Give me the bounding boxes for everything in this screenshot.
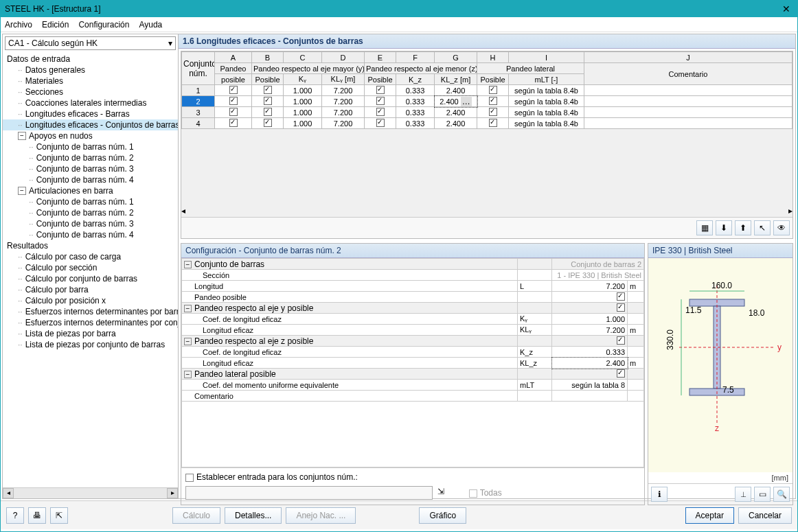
cancelar-button[interactable]: Cancelar	[738, 507, 792, 524]
establish-checkbox[interactable]	[185, 474, 194, 482]
frame-icon[interactable]: ▭	[754, 487, 771, 502]
detalles-button[interactable]: Detalles...	[225, 507, 282, 524]
tree-generales[interactable]: ··Datos generales	[3, 65, 178, 76]
unit-label: [mm]	[648, 472, 793, 483]
table-row[interactable]: 31.0007.2000.3332.400según la tabla 8.4b	[182, 107, 793, 118]
tree-artic-3[interactable]: ··Conjunto de barras núm. 3	[3, 218, 178, 229]
tree-artic[interactable]: −Articulaciones en barra	[3, 185, 178, 196]
nav-tree: Datos de entrada ··Datos generales ··Mat…	[3, 52, 178, 487]
section-preview: y z 160.0 330.0 11.5 18.0 7.5	[648, 258, 793, 472]
table-row[interactable]: 11.0007.2000.3332.400según la tabla 8.4b	[182, 85, 793, 96]
tree-r7[interactable]: ··Esfuerzos internos determinantes por c…	[3, 317, 178, 328]
help-icon[interactable]: ?	[6, 507, 24, 524]
tree-apoyos-1[interactable]: ··Conjunto de barras núm. 1	[3, 141, 178, 152]
sidebar: CA1 - Cálculo según HK ▾ Datos de entrad…	[3, 34, 179, 498]
tree-materiales[interactable]: ··Materiales	[3, 76, 178, 86]
tree-apoyos[interactable]: −Apoyos en nudos	[3, 130, 178, 141]
menu-edicion[interactable]: Edición	[42, 20, 69, 30]
case-dropdown-value: CA1 - Cálculo según HK	[8, 38, 98, 48]
col-conjunto[interactable]: Conjuntonúm.	[182, 52, 215, 85]
tree-apoyos-2[interactable]: ··Conjunto de barras núm. 2	[3, 152, 178, 163]
tree-artic-1[interactable]: ··Conjunto de barras núm. 1	[3, 196, 178, 207]
establish-input[interactable]	[185, 486, 433, 500]
svg-text:7.5: 7.5	[722, 385, 734, 395]
anejo-button[interactable]: Anejo Nac. ...	[286, 507, 356, 524]
tree-lef-barras[interactable]: ··Longitudes eficaces - Barras	[3, 108, 178, 119]
grid-scrollbar[interactable]: ◂▸	[181, 206, 793, 217]
pp-checkbox[interactable]	[617, 292, 625, 301]
sidebar-scrollbar[interactable]: ◂▸	[3, 487, 178, 498]
print-icon[interactable]: 🖶	[28, 507, 46, 524]
window-title: STEEL HK - [Estructura 1]	[5, 4, 779, 14]
tree-r1[interactable]: ··Cálculo por caso de carga	[3, 251, 178, 262]
grafico-button[interactable]: Gráfico	[419, 507, 466, 524]
tree-r3[interactable]: ··Cálculo por conjunto de barras	[3, 273, 178, 284]
tree-artic-2[interactable]: ··Conjunto de barras núm. 2	[3, 207, 178, 218]
config-header: Configuración - Conjunto de barras núm. …	[181, 244, 644, 258]
tree-r9[interactable]: ··Lista de piezas por conjunto de barras	[3, 339, 178, 350]
establish-row: Establecer entrada para los conjuntos nú…	[181, 467, 644, 505]
tree-datos[interactable]: Datos de entrada	[3, 54, 178, 65]
tree-coacciones[interactable]: ··Coacciones laterales intermedias	[3, 97, 178, 108]
info-icon[interactable]: ℹ	[651, 487, 668, 502]
svg-text:y: y	[777, 343, 782, 352]
menu-archivo[interactable]: Archivo	[5, 20, 32, 30]
svg-text:160.0: 160.0	[711, 281, 732, 290]
tree-apoyos-3[interactable]: ··Conjunto de barras núm. 3	[3, 163, 178, 174]
import-excel-icon[interactable]: ⬆	[735, 220, 751, 235]
menu-bar: Archivo Edición Configuración Ayuda	[1, 17, 797, 32]
tree-artic-4[interactable]: ··Conjunto de barras núm. 4	[3, 229, 178, 240]
properties-grid[interactable]: −Conjunto de barrasConjunto de barras 2 …	[181, 258, 644, 467]
tree-r4[interactable]: ··Cálculo por barra	[3, 284, 178, 295]
config-panel: Configuración - Conjunto de barras núm. …	[181, 243, 645, 505]
tree-lef-conjuntos[interactable]: ··Longitudes eficaces - Conjuntos de bar…	[3, 119, 178, 130]
case-dropdown[interactable]: CA1 - Cálculo según HK ▾	[5, 36, 176, 50]
tree-resultados[interactable]: Resultados	[3, 240, 178, 251]
aceptar-button[interactable]: Aceptar	[685, 507, 734, 524]
menu-ayuda[interactable]: Ayuda	[139, 20, 162, 30]
tree-r5[interactable]: ··Cálculo por posición x	[3, 295, 178, 306]
zoom-icon[interactable]: 🔍	[773, 487, 790, 502]
tree-r6[interactable]: ··Esfuerzos internos determinantes por b…	[3, 306, 178, 317]
preview-title: IPE 330 | British Steel	[648, 244, 793, 258]
pz-checkbox[interactable]	[617, 336, 625, 345]
export-excel-icon[interactable]: ⬇	[716, 220, 732, 235]
svg-text:330.0: 330.0	[665, 329, 675, 350]
calculo-button[interactable]: Cálculo	[172, 507, 220, 524]
tree-apoyos-4[interactable]: ··Conjunto de barras núm. 4	[3, 174, 178, 185]
title-bar: STEEL HK - [Estructura 1] ✕	[1, 1, 797, 17]
close-icon[interactable]: ✕	[779, 3, 793, 14]
menu-config[interactable]: Configuración	[78, 20, 129, 30]
eye-icon[interactable]: 👁	[773, 220, 790, 235]
tree-r2[interactable]: ··Cálculo por sección	[3, 262, 178, 273]
apply-icon[interactable]: ⇲	[437, 487, 453, 500]
grid-toolbar: ▦ ⬇ ⬆ ↖ 👁	[181, 217, 793, 238]
chevron-down-icon: ▾	[168, 38, 172, 48]
svg-text:z: z	[715, 424, 719, 433]
panel-title: 1.6 Longitudes eficaces - Conjuntos de b…	[179, 34, 795, 49]
tree-secciones[interactable]: ··Secciones	[3, 86, 178, 97]
svg-text:11.5: 11.5	[685, 305, 702, 315]
pick-icon[interactable]: ↖	[754, 220, 771, 235]
table-row[interactable]: 21.0007.2000.3332.400 …según la tabla 8.…	[182, 96, 793, 107]
py-checkbox[interactable]	[617, 303, 625, 312]
tree-r8[interactable]: ··Lista de piezas por barra	[3, 328, 178, 339]
tool-1-icon[interactable]: ▦	[696, 220, 713, 235]
main-grid: Conjuntonúm. A B C D E F G H I J Pandeo …	[181, 51, 793, 239]
axis-icon[interactable]: ⟂	[735, 487, 751, 502]
preview-panel: IPE 330 | British Steel y z	[648, 243, 793, 505]
export-icon[interactable]: ⇱	[50, 507, 68, 524]
svg-text:18.0: 18.0	[749, 308, 765, 318]
plat-checkbox[interactable]	[617, 369, 625, 378]
table-row[interactable]: 41.0007.2000.3332.400según la tabla 8.4b	[182, 118, 793, 129]
